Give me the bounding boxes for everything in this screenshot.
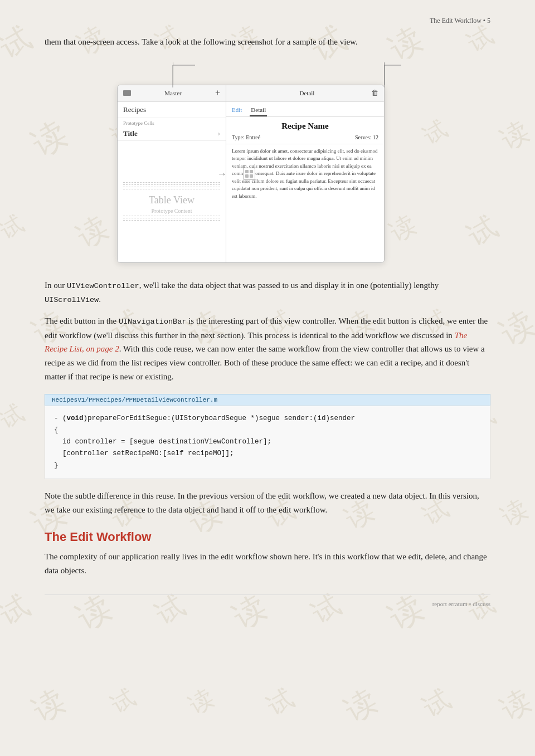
dotted-line-3 bbox=[123, 187, 220, 187]
page-header: The Edit Workflow • 5 bbox=[45, 17, 490, 25]
header-label: The Edit Workflow • 5 bbox=[430, 17, 490, 25]
grid-cell-3 bbox=[245, 174, 249, 178]
serves-label: Serves: 12 bbox=[355, 134, 378, 140]
dotted-line-6 bbox=[123, 218, 220, 218]
dotted-line-2 bbox=[123, 184, 220, 185]
table-view-label: Table View bbox=[149, 194, 194, 206]
intro-paragraph: them that one-screen access. Take a look… bbox=[45, 35, 490, 49]
master-back-btn[interactable] bbox=[123, 90, 131, 96]
recipe-list-link[interactable]: The Recipe List, on page 2 bbox=[45, 331, 467, 354]
type-label: Type: Entreé bbox=[232, 134, 260, 140]
detail-tabs: Edit Detail bbox=[226, 102, 384, 117]
bracket-line-left bbox=[173, 62, 173, 85]
discuss-link[interactable]: discuss bbox=[473, 601, 490, 607]
dotted-line-1 bbox=[123, 182, 220, 183]
dotted-line-7 bbox=[123, 220, 220, 221]
master-nav-title: Master bbox=[131, 90, 215, 96]
page-footer: report erratum • discuss bbox=[45, 594, 490, 607]
tab-edit[interactable]: Edit bbox=[231, 104, 243, 116]
recipes-label: Recipes bbox=[123, 105, 146, 114]
dotted-section: Table View Prototype Content bbox=[118, 141, 226, 262]
title-chevron-icon: › bbox=[218, 129, 220, 138]
code-line-1: - (void)prepareForEditSegue:(UIStoryboar… bbox=[54, 414, 355, 470]
grid-cell-4 bbox=[250, 174, 253, 178]
detail-nav: Detail 🗑 bbox=[226, 85, 384, 102]
iphone-mockup: Master + Recipes Prototype Cells Title › bbox=[117, 85, 385, 263]
mockup-wrapper: Master + Recipes Prototype Cells Title › bbox=[117, 62, 418, 263]
dotted-line-5 bbox=[123, 216, 220, 216]
section-heading: The Edit Workflow bbox=[45, 530, 490, 544]
master-add-btn[interactable]: + bbox=[215, 89, 220, 97]
detail-recipe-name: Recipe Name bbox=[226, 117, 384, 133]
tab-detail[interactable]: Detail bbox=[250, 104, 267, 116]
footer-separator: • bbox=[468, 601, 473, 607]
panel-master: Master + Recipes Prototype Cells Title › bbox=[118, 85, 226, 262]
title-row: Title › bbox=[118, 127, 226, 141]
detail-type-serves: Type: Entreé Serves: 12 bbox=[226, 133, 384, 144]
detail-trash-btn[interactable]: 🗑 bbox=[371, 89, 378, 97]
master-nav: Master + bbox=[118, 85, 226, 102]
dotted-line-4 bbox=[123, 189, 220, 189]
grid-cell-2 bbox=[250, 170, 253, 173]
screenshot-container: Master + Recipes Prototype Cells Title › bbox=[45, 62, 490, 263]
title-label: Title bbox=[123, 129, 138, 138]
bracket-line-right bbox=[384, 62, 385, 85]
page-content: The Edit Workflow • 5 them that one-scre… bbox=[0, 0, 535, 641]
report-erratum-link[interactable]: report erratum bbox=[432, 601, 468, 607]
code-block: - (void)prepareForEditSegue:(UIStoryboar… bbox=[45, 406, 490, 479]
detail-nav-title: Detail bbox=[243, 90, 371, 96]
section-paragraph: The complexity of our application really… bbox=[45, 550, 490, 578]
inline-code-uiviewcontroller: UIViewController bbox=[67, 282, 139, 290]
body-paragraph-1: In our UIViewController, we'll take the … bbox=[45, 279, 490, 307]
inline-code-uiscrollview: UIScrollView bbox=[45, 296, 99, 304]
grid-icon bbox=[243, 168, 255, 180]
arrow-icon: → bbox=[217, 168, 227, 179]
prototype-content-label: Prototype Content bbox=[151, 208, 192, 214]
recipes-row: Recipes bbox=[118, 102, 226, 118]
inline-code-uinavbar: UINavigationBar bbox=[119, 318, 187, 326]
prototype-cells-label: Prototype Cells bbox=[118, 118, 226, 127]
grid-cell-1 bbox=[245, 170, 249, 173]
code-file-header: RecipesV1/PPRecipes/PPRDetailViewControl… bbox=[45, 394, 490, 406]
body-paragraph-3: Note the subtle difference in this reuse… bbox=[45, 489, 490, 517]
body-paragraph-2: The edit button in the UINavigationBar i… bbox=[45, 314, 490, 383]
